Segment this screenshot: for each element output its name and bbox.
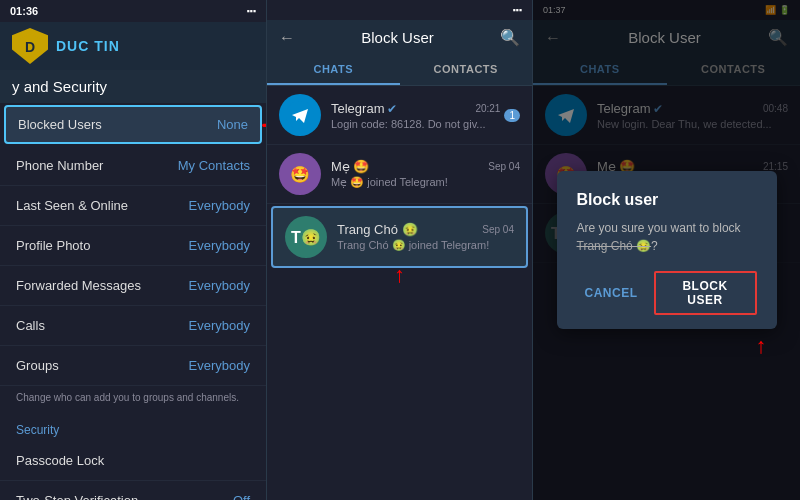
cancel-button[interactable]: CANCEL	[577, 280, 646, 306]
groups-value: Everybody	[189, 358, 250, 373]
tab-contacts-2[interactable]: CONTACTS	[400, 55, 533, 85]
blocked-users-value: None	[217, 117, 248, 132]
calls-item[interactable]: Calls Everybody	[0, 306, 266, 346]
chat-time-trang: Sep 04	[482, 224, 514, 235]
dialog-actions: CANCEL BLOCK USER	[577, 271, 757, 315]
status-icons-1: ▪▪▪	[246, 6, 256, 16]
calls-value: Everybody	[189, 318, 250, 333]
chat-list-panel: ▪▪▪ ← Block User 🔍 CHATS CONTACTS Telegr…	[266, 0, 533, 500]
arrow-right-icon: ➜	[261, 113, 266, 137]
arrow-up-icon-2: ↑	[394, 262, 405, 288]
blocked-users-item[interactable]: Blocked Users None ➜	[4, 105, 262, 144]
chat-item-telegram[interactable]: Telegram✔ 20:21 Login code: 86128. Do no…	[267, 86, 532, 145]
chat-msg-trang: Trang Chó 🤢 joined Telegram!	[337, 239, 514, 252]
groups-item[interactable]: Groups Everybody	[0, 346, 266, 386]
chat-name-me: Mẹ 🤩	[331, 159, 369, 174]
last-seen-value: Everybody	[189, 198, 250, 213]
avatar-telegram	[279, 94, 321, 136]
time-display-1: 01:36	[10, 5, 38, 17]
chat-item-me[interactable]: 🤩 Mẹ 🤩 Sep 04 Mẹ 🤩 joined Telegram!	[267, 145, 532, 204]
forwarded-value: Everybody	[189, 278, 250, 293]
security-section-label: Security	[0, 413, 266, 441]
two-step-item[interactable]: Two-Step Verification Off	[0, 481, 266, 500]
svg-text:D: D	[25, 39, 35, 55]
back-button-2[interactable]: ←	[279, 29, 295, 47]
dialog-overlay: Block user Are you sure you want to bloc…	[533, 0, 800, 500]
chat-msg-me: Mẹ 🤩 joined Telegram!	[331, 176, 520, 189]
chat-content-trang: Trang Chó 🤢 Sep 04 Trang Chó 🤢 joined Te…	[337, 222, 514, 252]
status-bar-1: 01:36 ▪▪▪	[0, 0, 266, 22]
chat-item-trang[interactable]: T🤢 Trang Chó 🤢 Sep 04 Trang Chó 🤢 joined…	[271, 206, 528, 268]
settings-list: Blocked Users None ➜ Phone Number My Con…	[0, 103, 266, 500]
status-icons-2: ▪▪▪	[512, 5, 522, 15]
calls-label: Calls	[16, 318, 45, 333]
unread-badge-telegram: 1	[504, 109, 520, 122]
block-user-button[interactable]: BLOCK USER	[654, 271, 757, 315]
chat-content-telegram: Telegram✔ 20:21 Login code: 86128. Do no…	[331, 101, 500, 130]
page-title: y and Security	[0, 70, 266, 103]
passcode-item[interactable]: Passcode Lock	[0, 441, 266, 481]
profile-photo-value: Everybody	[189, 238, 250, 253]
search-button-2[interactable]: 🔍	[500, 28, 520, 47]
groups-label: Groups	[16, 358, 59, 373]
verified-icon-telegram: ✔	[387, 102, 397, 116]
groups-note: Change who can add you to groups and cha…	[0, 386, 266, 413]
tab-chats-2[interactable]: CHATS	[267, 55, 400, 85]
chat-time-telegram: 20:21	[475, 103, 500, 114]
arrow-up-icon-3: ↑	[756, 333, 767, 359]
dialog-text-prefix: Are you sure you want to block	[577, 221, 741, 235]
avatar-me: 🤩	[279, 153, 321, 195]
privacy-settings-panel: 01:36 ▪▪▪ D DUC TIN y and Security Block…	[0, 0, 266, 500]
dialog-title: Block user	[577, 191, 757, 209]
two-step-label: Two-Step Verification	[16, 493, 138, 500]
logo-area: D DUC TIN	[0, 22, 266, 70]
dialog-text-name: Trang Chó 🤢	[577, 239, 652, 253]
block-dialog-panel: 01:37 📶 🔋 ← Block User 🔍 CHATS CONTACTS …	[533, 0, 800, 500]
tab-row-2: CHATS CONTACTS	[267, 55, 532, 86]
chat-msg-telegram: Login code: 86128. Do not giv...	[331, 118, 500, 130]
profile-photo-item[interactable]: Profile Photo Everybody	[0, 226, 266, 266]
last-seen-label: Last Seen & Online	[16, 198, 128, 213]
two-step-value: Off	[233, 493, 250, 500]
chat-date-me: Sep 04	[488, 161, 520, 172]
logo-text: DUC TIN	[56, 38, 120, 54]
passcode-label: Passcode Lock	[16, 453, 104, 468]
avatar-trang: T🤢	[285, 216, 327, 258]
block-user-dialog: Block user Are you sure you want to bloc…	[557, 171, 777, 329]
logo-shield-icon: D	[12, 28, 48, 64]
last-seen-item[interactable]: Last Seen & Online Everybody	[0, 186, 266, 226]
chat-name-telegram: Telegram✔	[331, 101, 397, 116]
chat-list: Telegram✔ 20:21 Login code: 86128. Do no…	[267, 86, 532, 500]
forwarded-label: Forwarded Messages	[16, 278, 141, 293]
dialog-text-suffix: ?	[651, 239, 658, 253]
forwarded-messages-item[interactable]: Forwarded Messages Everybody	[0, 266, 266, 306]
phone-label: Phone Number	[16, 158, 103, 173]
blocked-users-label: Blocked Users	[18, 117, 102, 132]
phone-number-item[interactable]: Phone Number My Contacts	[0, 146, 266, 186]
chat-content-me: Mẹ 🤩 Sep 04 Mẹ 🤩 joined Telegram!	[331, 159, 520, 189]
dialog-text: Are you sure you want to block Trang Chó…	[577, 219, 757, 255]
panel2-title: Block User	[361, 29, 434, 46]
profile-photo-label: Profile Photo	[16, 238, 90, 253]
status-bar-2: ▪▪▪	[267, 0, 532, 20]
chat-name-trang: Trang Chó 🤢	[337, 222, 418, 237]
phone-value: My Contacts	[178, 158, 250, 173]
panel2-header: ← Block User 🔍	[267, 20, 532, 55]
